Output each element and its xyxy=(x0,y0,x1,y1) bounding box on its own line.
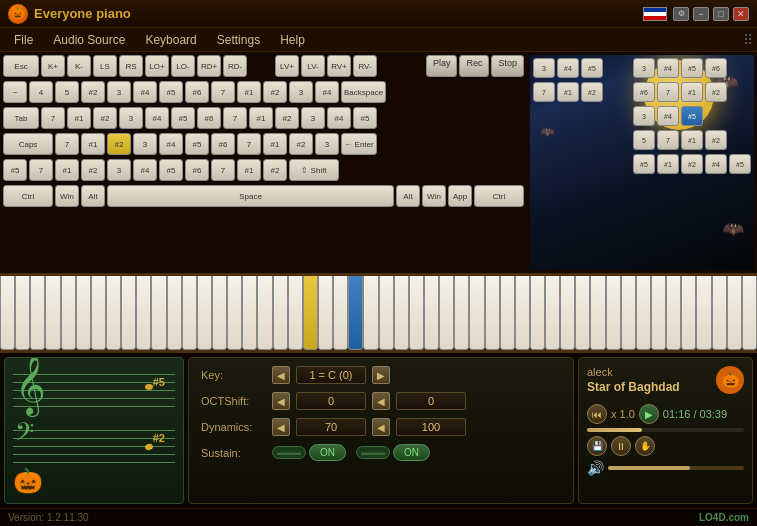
piano-white-key[interactable] xyxy=(651,276,666,350)
piano-white-key[interactable] xyxy=(575,276,590,350)
piano-white-key[interactable] xyxy=(727,276,742,350)
shift-7-key[interactable]: 7 xyxy=(29,159,53,181)
piano-white-key[interactable] xyxy=(606,276,621,350)
lv-plus-key[interactable]: LV+ xyxy=(275,55,299,77)
minimize-button[interactable]: − xyxy=(693,7,709,21)
k-minus-key[interactable]: K- xyxy=(67,55,91,77)
shift-sh1-key[interactable]: #1 xyxy=(55,159,79,181)
piano-white-key[interactable] xyxy=(76,276,91,350)
sh5-start-key[interactable]: #5 xyxy=(3,159,27,181)
piano-white-key[interactable] xyxy=(318,276,333,350)
rk-7a[interactable]: 7 xyxy=(533,82,555,102)
piano-white-key[interactable] xyxy=(409,276,424,350)
space-key[interactable]: Space xyxy=(107,185,394,207)
rk-sh2a[interactable]: #2 xyxy=(581,82,603,102)
piano-white-key[interactable] xyxy=(333,276,348,350)
tab-sh4-key[interactable]: #4 xyxy=(145,107,169,129)
shift-sh5-key[interactable]: #5 xyxy=(159,159,183,181)
rk-3b[interactable]: 3 xyxy=(633,58,655,78)
backspace-key[interactable]: Backspace xyxy=(341,81,386,103)
rk-sh2d[interactable]: #2 xyxy=(681,154,703,174)
sh4a-key[interactable]: #4 xyxy=(133,81,157,103)
maximize-button[interactable]: □ xyxy=(713,7,729,21)
piano-white-key[interactable] xyxy=(106,276,121,350)
sh5a-key[interactable]: #5 xyxy=(159,81,183,103)
lo-minus-key[interactable]: LO- xyxy=(171,55,195,77)
rk-5[interactable]: 5 xyxy=(633,130,655,150)
piano-white-key[interactable] xyxy=(288,276,303,350)
lv-minus-key[interactable]: LV- xyxy=(301,55,325,77)
num3a-key[interactable]: 3 xyxy=(107,81,131,103)
rk-sh1b[interactable]: #1 xyxy=(681,82,703,102)
shift-7b-key[interactable]: 7 xyxy=(211,159,235,181)
rk-sh1c[interactable]: #1 xyxy=(681,130,703,150)
progress-bar[interactable] xyxy=(587,428,744,432)
rd-plus-key[interactable]: RD+ xyxy=(197,55,221,77)
tab-sh4b-key[interactable]: #4 xyxy=(327,107,351,129)
piano-white-key[interactable] xyxy=(91,276,106,350)
piano-white-key[interactable] xyxy=(742,276,757,350)
menu-help[interactable]: Help xyxy=(270,31,315,49)
play-button[interactable]: Play xyxy=(426,55,458,77)
piano-white-key[interactable] xyxy=(363,276,378,350)
rk-7b[interactable]: 7 xyxy=(657,82,679,102)
app-key[interactable]: App xyxy=(448,185,472,207)
piano-white-key[interactable] xyxy=(469,276,484,350)
piano-white-key[interactable] xyxy=(485,276,500,350)
piano-white-key[interactable] xyxy=(0,276,15,350)
tab-3-key[interactable]: 3 xyxy=(119,107,143,129)
tab-sh5b-key[interactable]: #5 xyxy=(353,107,377,129)
piano-white-key[interactable] xyxy=(394,276,409,350)
num3b-key[interactable]: 3 xyxy=(289,81,313,103)
rv-plus-key[interactable]: RV+ xyxy=(327,55,351,77)
tab-sh6-key[interactable]: #6 xyxy=(197,107,221,129)
tab-sh5-key[interactable]: #5 xyxy=(171,107,195,129)
rec-button[interactable]: Rec xyxy=(459,55,489,77)
num7a-key[interactable]: 7 xyxy=(211,81,235,103)
tab-sh2-key[interactable]: #2 xyxy=(93,107,117,129)
alt-r-key[interactable]: Alt xyxy=(396,185,420,207)
rk-sh4c[interactable]: #4 xyxy=(657,106,679,126)
rk-3a[interactable]: 3 xyxy=(533,58,555,78)
shift-sh2-key[interactable]: #2 xyxy=(81,159,105,181)
piano-white-key[interactable] xyxy=(273,276,288,350)
rk-sh5a[interactable]: #5 xyxy=(581,58,603,78)
piano-white-key[interactable] xyxy=(515,276,530,350)
pause-button[interactable]: ⏸ xyxy=(611,436,631,456)
menu-audio-source[interactable]: Audio Source xyxy=(43,31,135,49)
shift-sh1b-key[interactable]: #1 xyxy=(237,159,261,181)
piano-white-key[interactable] xyxy=(30,276,45,350)
tab-7b-key[interactable]: 7 xyxy=(223,107,247,129)
menu-settings[interactable]: Settings xyxy=(207,31,270,49)
piano-white-key[interactable] xyxy=(424,276,439,350)
shift-sh4-key[interactable]: #4 xyxy=(133,159,157,181)
caps-sh4-key[interactable]: #4 xyxy=(159,133,183,155)
piano-white-key[interactable] xyxy=(590,276,605,350)
sustain-btn-1[interactable]: ON xyxy=(309,444,346,461)
rk-3c[interactable]: 3 xyxy=(633,106,655,126)
oct2-left-arrow[interactable]: ◀ xyxy=(372,392,390,410)
volume-icon[interactable]: 🔊 xyxy=(587,460,604,476)
piano-white-key-active[interactable] xyxy=(303,276,318,350)
piano-white-key[interactable] xyxy=(379,276,394,350)
piano-white-key[interactable] xyxy=(242,276,257,350)
rk-sh2c[interactable]: #2 xyxy=(705,130,727,150)
ctrl-r-key[interactable]: Ctrl xyxy=(474,185,524,207)
num4-key[interactable]: 4 xyxy=(29,81,53,103)
piano-white-key[interactable] xyxy=(500,276,515,350)
rewind-button[interactable]: ⏮ xyxy=(587,404,607,424)
rk-sh1d[interactable]: #1 xyxy=(657,154,679,174)
rk-sh4d[interactable]: #4 xyxy=(705,154,727,174)
rk-sh4b[interactable]: #4 xyxy=(657,58,679,78)
menu-file[interactable]: File xyxy=(4,31,43,49)
sh2b-key[interactable]: #2 xyxy=(263,81,287,103)
k-plus-key[interactable]: K+ xyxy=(41,55,65,77)
piano-white-key[interactable] xyxy=(121,276,136,350)
menu-keyboard[interactable]: Keyboard xyxy=(135,31,206,49)
sh6a-key[interactable]: #6 xyxy=(185,81,209,103)
piano-white-key[interactable] xyxy=(681,276,696,350)
sustain-btn-2[interactable]: ON xyxy=(393,444,430,461)
piano-white-key[interactable] xyxy=(636,276,651,350)
tilde-key[interactable]: ~ xyxy=(3,81,27,103)
save-button[interactable]: 💾 xyxy=(587,436,607,456)
